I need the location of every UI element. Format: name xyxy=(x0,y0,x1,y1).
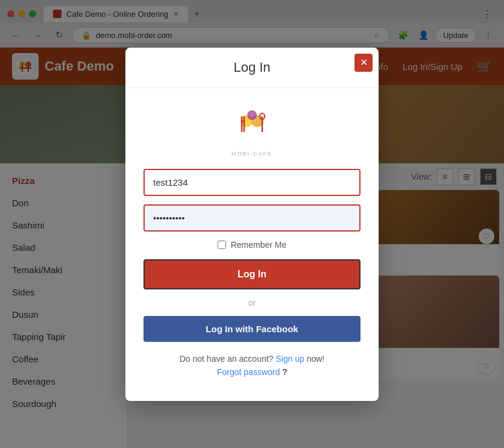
modal-title: Log In xyxy=(233,60,270,75)
password-input[interactable] xyxy=(143,204,361,232)
modal-logo-text: MOBI-CAFE xyxy=(232,151,272,157)
remember-label: Remember Me xyxy=(231,240,287,250)
modal-close-button[interactable]: ✕ xyxy=(354,54,373,72)
remember-row: Remember Me xyxy=(143,240,361,250)
no-account-text: Do not have an account? xyxy=(180,354,274,364)
forgot-password-row: Forgot password ? xyxy=(143,367,361,377)
modal-body: Remember Me Log In or Log In with Facebo… xyxy=(125,163,379,383)
login-modal: Log In ✕ xyxy=(125,48,379,401)
logo-circle xyxy=(228,100,276,148)
login-button[interactable]: Log In xyxy=(143,259,361,289)
email-form-group xyxy=(143,169,361,196)
svg-point-9 xyxy=(247,110,257,120)
modal-overlay: Log In ✕ xyxy=(0,0,504,448)
password-form-group xyxy=(143,204,361,232)
email-input[interactable] xyxy=(143,169,361,196)
facebook-login-button[interactable]: Log In with Facebook xyxy=(143,316,361,342)
forgot-after: ? xyxy=(282,367,287,377)
now-text: now! xyxy=(307,354,325,364)
footer-links: Do not have an account? Sign up now! xyxy=(143,354,361,364)
or-divider: or xyxy=(143,298,361,308)
modal-logo: MOBI-CAFE xyxy=(125,88,379,163)
modal-header: Log In ✕ xyxy=(125,48,379,88)
forgot-password-link[interactable]: Forgot password xyxy=(217,367,280,377)
svg-point-6 xyxy=(232,104,272,145)
remember-checkbox[interactable] xyxy=(218,241,226,249)
signup-link[interactable]: Sign up xyxy=(276,354,304,364)
